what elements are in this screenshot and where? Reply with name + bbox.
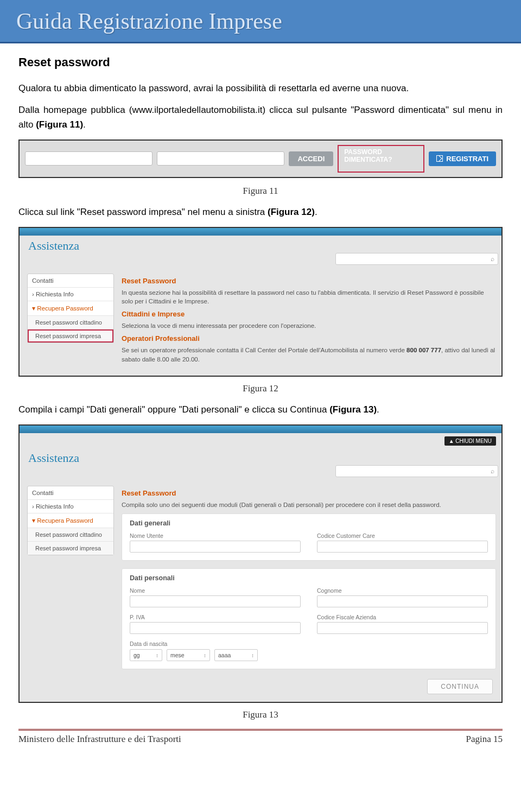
figure-11-screenshot: ACCEDI PASSWORD DIMENTICATA? REGISTRATI: [18, 139, 503, 178]
nome-utente-input[interactable]: [130, 541, 301, 553]
footer-right: Pagina 15: [466, 734, 503, 745]
p2-prefix: Dalla homepage pubblica (: [18, 105, 132, 115]
fig13-main-p1: Compila solo uno dei seguenti due moduli…: [122, 500, 496, 509]
pwd-dim-line1: PASSWORD: [344, 148, 418, 156]
nome-input[interactable]: [130, 595, 301, 607]
fig12-main-p2: Seleziona la voce di menu interessata pe…: [122, 321, 496, 330]
figure-13-caption: Figura 13: [18, 709, 503, 720]
dob-year-value: aaaa: [218, 652, 231, 658]
sidebar-item-recupera[interactable]: ▾ Recupera Password: [28, 513, 113, 528]
search-icon: ⌕: [491, 467, 494, 475]
paragraph-4: Compila i campi "Dati generali" oppure "…: [18, 403, 503, 417]
fig12-assistenza-title: Assistenza: [28, 239, 79, 252]
piva-label: P. IVA: [130, 614, 301, 620]
sidebar-item-reset-cittadino[interactable]: Reset password cittadino: [28, 316, 113, 329]
cognome-label: Cognome: [317, 587, 488, 594]
sidebar-item-reset-impresa[interactable]: Reset password impresa: [28, 329, 113, 342]
dati-generali-title: Dati generali: [130, 519, 488, 527]
fig12-main-title: Reset Password: [122, 277, 496, 285]
fig13-top-bar: [20, 426, 501, 433]
fig13-sidebar: Contatti › Richiesta Info ▾ Recupera Pas…: [27, 486, 114, 555]
fig13-assistenza-title: Assistenza: [28, 451, 79, 465]
registrati-label: REGISTRATI: [446, 155, 488, 163]
search-icon: ⌕: [491, 255, 494, 263]
dob-day-select[interactable]: gg: [130, 649, 162, 661]
figure-12-screenshot: Assistenza ⌕ Contatti › Richiesta Info ▾…: [18, 227, 503, 376]
figure-12-caption: Figura 12: [18, 383, 503, 394]
chiudi-menu-button[interactable]: ▲ CHIUDI MENU: [444, 436, 496, 446]
sidebar-item-contatti[interactable]: Contatti: [28, 486, 113, 500]
p4-prefix: Compila i campi "Dati generali" oppure "…: [18, 404, 329, 415]
p2-suffix: .: [83, 119, 86, 130]
p2-url: www.ilportaledellautomobilista.it: [132, 105, 263, 115]
figure-13-screenshot: ▲ CHIUDI MENU Assistenza ⌕ Contatti › Ri…: [18, 424, 503, 703]
fig12-h-cittadini: Cittadini e Imprese: [122, 310, 496, 318]
fig12-search-input[interactable]: ⌕: [335, 253, 498, 265]
p3-ref: (Figura 12): [268, 207, 315, 217]
page-footer: Ministero delle Infrastrutture e dei Tra…: [0, 731, 521, 756]
piva-input[interactable]: [130, 622, 301, 634]
dob-year-select[interactable]: aaaa: [214, 649, 258, 661]
sidebar-item-contatti[interactable]: Contatti: [28, 274, 113, 288]
dati-personali-title: Dati personali: [130, 574, 488, 582]
sidebar-item-recupera-label: Recupera Password: [37, 517, 93, 524]
dob-month-select[interactable]: mese: [167, 649, 210, 661]
password-dimenticata-link[interactable]: PASSWORD DIMENTICATA?: [338, 145, 424, 173]
dati-personali-section: Dati personali Nome Cognome P.: [122, 568, 496, 669]
sidebar-item-recupera-label: Recupera Password: [37, 305, 93, 312]
dob-day-value: gg: [134, 652, 140, 658]
sidebar-item-richiesta-label: Richiesta Info: [36, 291, 74, 297]
cf-azienda-input[interactable]: [317, 622, 488, 634]
fig12-main-p1: In questa sezione hai la possibilità di …: [122, 288, 496, 306]
footer-left: Ministero delle Infrastrutture e dei Tra…: [18, 734, 181, 745]
register-icon: [436, 155, 443, 162]
sidebar-item-richiesta[interactable]: › Richiesta Info: [28, 288, 113, 301]
banner-title: Guida Registrazione Imprese: [16, 8, 282, 34]
intro-paragraph-2: Dalla homepage pubblica (www.ilportalede…: [18, 103, 503, 132]
codice-customer-label: Codice Customer Care: [317, 532, 488, 539]
p2-ref: (Figura 11): [36, 119, 83, 130]
registrati-button[interactable]: REGISTRATI: [429, 151, 496, 166]
cf-azienda-label: Codice Fiscale Azienda: [317, 614, 488, 620]
intro-paragraph-1: Qualora tu abbia dimenticato la password…: [18, 81, 503, 96]
sidebar-item-reset-impresa[interactable]: Reset password impresa: [28, 542, 113, 555]
p4-suffix: .: [377, 404, 379, 415]
nome-label: Nome: [130, 587, 301, 594]
pwd-dim-line2: DIMENTICATA?: [344, 156, 418, 163]
sidebar-item-recupera[interactable]: ▾ Recupera Password: [28, 301, 113, 316]
dati-generali-section: Dati generali Nome Utente Codice Custome…: [122, 513, 496, 561]
fig13-main: Reset Password Compila solo uno dei segu…: [122, 486, 496, 694]
fig13-main-title: Reset Password: [122, 489, 496, 497]
username-input[interactable]: [25, 151, 153, 166]
fig12-p3b: 800 007 777: [406, 347, 441, 353]
p3-suffix: .: [315, 207, 317, 217]
fig12-main-p3: Se sei un operatore professionale contat…: [122, 346, 496, 363]
sidebar-item-richiesta[interactable]: › Richiesta Info: [28, 500, 113, 513]
sidebar-item-richiesta-label: Richiesta Info: [36, 503, 74, 510]
p4-ref: (Figura 13): [329, 404, 377, 415]
fig12-top-bar: [20, 228, 501, 236]
cognome-input[interactable]: [317, 595, 488, 607]
fig13-search-input[interactable]: ⌕: [335, 465, 498, 477]
fig12-h-operatori: Operatori Professionali: [122, 334, 496, 342]
fig12-p3a: Se sei un operatore professionale contat…: [122, 347, 406, 353]
nome-utente-label: Nome Utente: [130, 532, 301, 539]
dob-label: Data di nascita: [130, 640, 167, 647]
fig12-sidebar: Contatti › Richiesta Info ▾ Recupera Pas…: [27, 274, 114, 343]
accedi-button[interactable]: ACCEDI: [289, 151, 333, 166]
section-heading: Reset password: [18, 55, 503, 69]
figure-11-caption: Figura 11: [18, 186, 503, 196]
p3-prefix: Clicca sul link "Reset password impresa"…: [18, 207, 268, 217]
codice-customer-input[interactable]: [317, 541, 488, 553]
paragraph-3: Clicca sul link "Reset password impresa"…: [18, 205, 503, 219]
continua-button[interactable]: CONTINUA: [427, 679, 493, 694]
fig12-main: Reset Password In questa sezione hai la …: [122, 274, 496, 367]
password-input[interactable]: [157, 151, 284, 166]
page-banner: Guida Registrazione Imprese: [0, 0, 521, 43]
sidebar-item-reset-cittadino[interactable]: Reset password cittadino: [28, 528, 113, 542]
dob-month-value: mese: [170, 652, 185, 658]
